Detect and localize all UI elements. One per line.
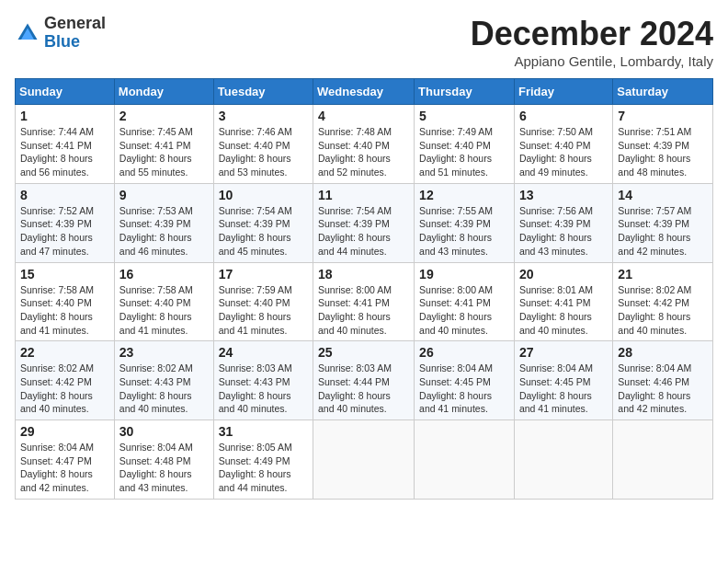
table-row: 8 Sunrise: 7:52 AMSunset: 4:39 PMDayligh…	[16, 183, 115, 262]
table-row: 19 Sunrise: 8:00 AMSunset: 4:41 PMDaylig…	[415, 262, 515, 341]
calendar-row-week5: 29 Sunrise: 8:04 AMSunset: 4:47 PMDaylig…	[16, 420, 713, 500]
table-row-empty	[415, 420, 515, 500]
logo: General Blue	[15, 15, 106, 52]
calendar-header-row: Sunday Monday Tuesday Wednesday Thursday…	[16, 79, 713, 105]
table-row: 3 Sunrise: 7:46 AMSunset: 4:40 PMDayligh…	[213, 105, 313, 184]
col-sunday: Sunday	[16, 79, 115, 105]
table-row: 13 Sunrise: 7:56 AMSunset: 4:39 PMDaylig…	[514, 183, 612, 262]
col-monday: Monday	[114, 79, 213, 105]
table-row: 29 Sunrise: 8:04 AMSunset: 4:47 PMDaylig…	[16, 420, 115, 500]
logo-blue-text: Blue	[44, 33, 106, 52]
calendar-table: Sunday Monday Tuesday Wednesday Thursday…	[15, 78, 713, 500]
table-row: 11 Sunrise: 7:54 AMSunset: 4:39 PMDaylig…	[313, 183, 415, 262]
title-block: December 2024 Appiano Gentile, Lombardy,…	[471, 15, 713, 69]
table-row: 24 Sunrise: 8:03 AMSunset: 4:43 PMDaylig…	[213, 341, 313, 420]
table-row: 20 Sunrise: 8:01 AMSunset: 4:41 PMDaylig…	[514, 262, 612, 341]
table-row: 6 Sunrise: 7:50 AMSunset: 4:40 PMDayligh…	[514, 105, 612, 184]
table-row: 27 Sunrise: 8:04 AMSunset: 4:45 PMDaylig…	[514, 341, 612, 420]
table-row: 2 Sunrise: 7:45 AMSunset: 4:41 PMDayligh…	[114, 105, 213, 184]
calendar-row-week4: 22 Sunrise: 8:02 AMSunset: 4:42 PMDaylig…	[16, 341, 713, 420]
table-row: 16 Sunrise: 7:58 AMSunset: 4:40 PMDaylig…	[114, 262, 213, 341]
table-row: 7 Sunrise: 7:51 AMSunset: 4:39 PMDayligh…	[613, 105, 713, 184]
calendar-row-week3: 15 Sunrise: 7:58 AMSunset: 4:40 PMDaylig…	[16, 262, 713, 341]
month-title: December 2024	[471, 15, 713, 53]
table-row-empty	[313, 420, 415, 500]
table-row: 12 Sunrise: 7:55 AMSunset: 4:39 PMDaylig…	[415, 183, 515, 262]
col-thursday: Thursday	[415, 79, 515, 105]
table-row-empty	[514, 420, 612, 500]
table-row: 5 Sunrise: 7:49 AMSunset: 4:40 PMDayligh…	[415, 105, 515, 184]
table-row: 30 Sunrise: 8:04 AMSunset: 4:48 PMDaylig…	[114, 420, 213, 500]
table-row: 9 Sunrise: 7:53 AMSunset: 4:39 PMDayligh…	[114, 183, 213, 262]
col-friday: Friday	[514, 79, 612, 105]
table-row: 10 Sunrise: 7:54 AMSunset: 4:39 PMDaylig…	[213, 183, 313, 262]
logo-general-text: General	[44, 15, 106, 33]
page-header: General Blue December 2024 Appiano Genti…	[15, 15, 713, 69]
table-row: 31 Sunrise: 8:05 AMSunset: 4:49 PMDaylig…	[213, 420, 313, 500]
col-wednesday: Wednesday	[313, 79, 415, 105]
calendar-row-week2: 8 Sunrise: 7:52 AMSunset: 4:39 PMDayligh…	[16, 183, 713, 262]
table-row: 25 Sunrise: 8:03 AMSunset: 4:44 PMDaylig…	[313, 341, 415, 420]
table-row: 17 Sunrise: 7:59 AMSunset: 4:40 PMDaylig…	[213, 262, 313, 341]
col-tuesday: Tuesday	[213, 79, 313, 105]
table-row: 18 Sunrise: 8:00 AMSunset: 4:41 PMDaylig…	[313, 262, 415, 341]
logo-icon	[15, 20, 40, 46]
table-row-empty	[613, 420, 713, 500]
table-row: 14 Sunrise: 7:57 AMSunset: 4:39 PMDaylig…	[613, 183, 713, 262]
table-row: 23 Sunrise: 8:02 AMSunset: 4:43 PMDaylig…	[114, 341, 213, 420]
location-title: Appiano Gentile, Lombardy, Italy	[471, 53, 713, 69]
table-row: 26 Sunrise: 8:04 AMSunset: 4:45 PMDaylig…	[415, 341, 515, 420]
table-row: 1 Sunrise: 7:44 AMSunset: 4:41 PMDayligh…	[16, 105, 115, 184]
table-row: 21 Sunrise: 8:02 AMSunset: 4:42 PMDaylig…	[613, 262, 713, 341]
col-saturday: Saturday	[613, 79, 713, 105]
table-row: 22 Sunrise: 8:02 AMSunset: 4:42 PMDaylig…	[16, 341, 115, 420]
table-row: 4 Sunrise: 7:48 AMSunset: 4:40 PMDayligh…	[313, 105, 415, 184]
table-row: 28 Sunrise: 8:04 AMSunset: 4:46 PMDaylig…	[613, 341, 713, 420]
table-row: 15 Sunrise: 7:58 AMSunset: 4:40 PMDaylig…	[16, 262, 115, 341]
calendar-row-week1: 1 Sunrise: 7:44 AMSunset: 4:41 PMDayligh…	[16, 105, 713, 184]
